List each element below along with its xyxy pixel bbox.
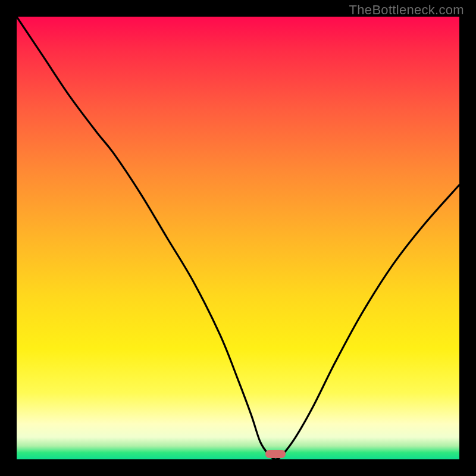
bottleneck-curve bbox=[17, 17, 459, 459]
chart-frame: TheBottleneck.com bbox=[0, 0, 476, 476]
plot-area bbox=[17, 17, 459, 459]
optimal-marker bbox=[265, 450, 286, 458]
watermark-text: TheBottleneck.com bbox=[349, 2, 464, 18]
